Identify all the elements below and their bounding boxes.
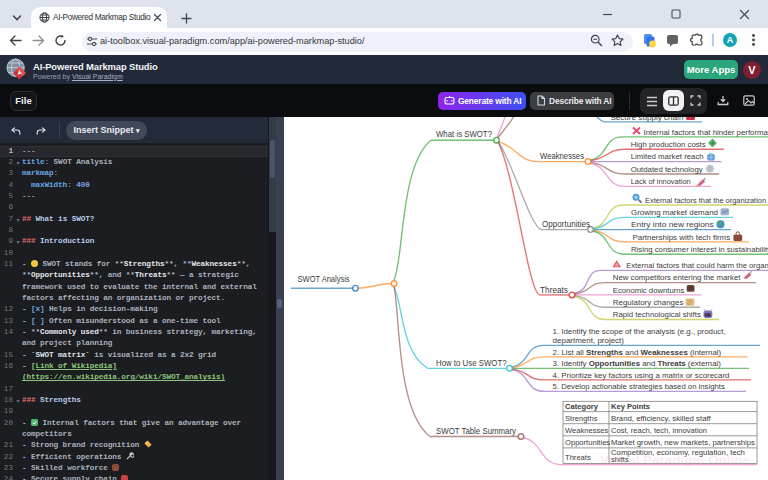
svg-text:Category: Category xyxy=(565,402,599,411)
svg-text:Economic downturns: Economic downturns xyxy=(613,286,685,295)
svg-text:Regulatory changes: Regulatory changes xyxy=(613,298,684,307)
svg-text:Cost, reach, tech, innovation: Cost, reach, tech, innovation xyxy=(611,426,707,435)
svg-text:Weaknesses: Weaknesses xyxy=(565,426,609,435)
svg-text:Limited market reach: Limited market reach xyxy=(631,152,704,161)
svg-text:1. Identify the scope of the a: 1. Identify the scope of the analysis (e… xyxy=(553,327,726,336)
svg-text:SWOT Table Summary: SWOT Table Summary xyxy=(436,426,517,436)
svg-text:3. Identify Opportunities and: 3. Identify Opportunities and Threats (e… xyxy=(553,359,722,368)
svg-text:Partnerships with tech firms: Partnerships with tech firms xyxy=(632,233,730,242)
svg-text:Secure supply chain: Secure supply chain xyxy=(610,117,683,122)
svg-text:External factors that the orga: External factors that the organization c… xyxy=(645,196,768,205)
svg-text:What is SWOT?: What is SWOT? xyxy=(436,129,492,139)
svg-text:Entry into new regions: Entry into new regions xyxy=(631,220,714,229)
svg-text:Key Points: Key Points xyxy=(611,402,650,411)
svg-text:Threats: Threats xyxy=(540,285,569,295)
svg-text:Internal factors that hinder p: Internal factors that hinder performance xyxy=(644,128,768,137)
svg-text:Market growth, new markets, pa: Market growth, new markets, partnerships xyxy=(611,438,755,447)
svg-text:Lack of innovation: Lack of innovation xyxy=(631,177,691,186)
svg-text:Opportunities: Opportunities xyxy=(542,219,591,229)
svg-text:department, project): department, project) xyxy=(553,336,625,345)
svg-text:Weaknesses: Weaknesses xyxy=(540,151,585,161)
svg-text:Brand, efficiency, skilled sta: Brand, efficiency, skilled staff xyxy=(611,414,712,423)
svg-text:Rapid technological shifts: Rapid technological shifts xyxy=(613,310,701,319)
svg-text:5. Develop actionable strategi: 5. Develop actionable strategies based o… xyxy=(553,382,725,391)
svg-text:4. Prioritize key factors usin: 4. Prioritize key factors using a matrix… xyxy=(553,371,730,380)
svg-text:2. List all Strengths and Weak: 2. List all Strengths and Weaknesses (in… xyxy=(553,348,722,357)
svg-text:Outdated technology: Outdated technology xyxy=(631,165,703,174)
svg-text:Visual Paradigm Online: Visual Paradigm Online xyxy=(600,455,751,466)
svg-text:Rising consumer interest in su: Rising consumer interest in sustainabili… xyxy=(631,245,768,254)
svg-text:High production costs: High production costs xyxy=(631,140,706,149)
svg-text:Growing market demand: Growing market demand xyxy=(631,208,718,217)
svg-text:Strengths: Strengths xyxy=(565,414,598,423)
svg-text:Threats: Threats xyxy=(565,453,591,462)
svg-text:SWOT Analysis: SWOT Analysis xyxy=(298,273,350,284)
svg-text:New competitors entering the m: New competitors entering the market xyxy=(613,273,742,282)
svg-text:How to Use SWOT?: How to Use SWOT? xyxy=(436,358,507,368)
svg-text:Opportunities: Opportunities xyxy=(565,438,610,447)
svg-text:External factors that could ha: External factors that could harm the org… xyxy=(626,261,768,270)
